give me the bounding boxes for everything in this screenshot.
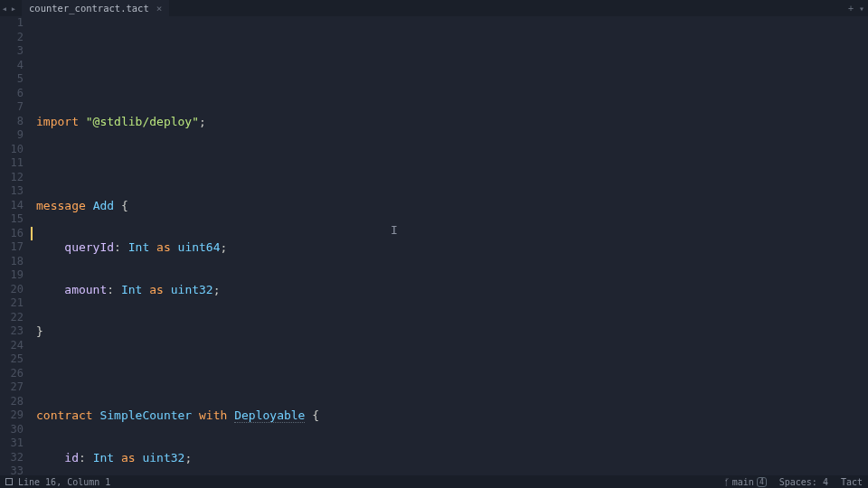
- new-tab-icon[interactable]: +: [848, 4, 854, 14]
- line-number: 31: [0, 436, 24, 451]
- tab-bar: ◂ ▸ counter_contract.tact × + ▾: [0, 0, 868, 16]
- cursor-position[interactable]: Line 16, Column 1: [18, 477, 110, 487]
- line-number: 27: [0, 380, 24, 395]
- line-number: 5: [0, 72, 24, 87]
- line-number: 7: [0, 100, 24, 115]
- line-number: 14: [0, 199, 24, 213]
- line-number: 18: [0, 255, 24, 269]
- language-mode[interactable]: Tact: [841, 477, 863, 487]
- line-number: 30: [0, 423, 24, 437]
- line-number: 28: [0, 395, 24, 409]
- line-number: 26: [0, 367, 24, 381]
- close-tab-icon[interactable]: ×: [156, 3, 163, 14]
- line-number: 22: [0, 311, 24, 325]
- nav-back-icon[interactable]: ◂: [0, 3, 9, 14]
- mouse-text-cursor-icon: 𝙸: [391, 223, 398, 238]
- line-number: 25: [0, 352, 24, 367]
- line-number: 21: [0, 296, 24, 311]
- indent-setting[interactable]: Spaces: 4: [779, 477, 828, 487]
- line-number-gutter: 1234567891011121314151617181920212223242…: [0, 16, 31, 475]
- line-number: 6: [0, 87, 24, 101]
- line-number: 32: [0, 451, 24, 465]
- line-number: 23: [0, 324, 24, 339]
- git-changes-badge: 4: [757, 477, 767, 487]
- editor[interactable]: 1234567891011121314151617181920212223242…: [0, 16, 868, 475]
- line-number: 15: [0, 212, 24, 227]
- code-area[interactable]: 𝙸 import "@stdlib/deploy"; message Add {…: [31, 16, 868, 475]
- line-number: 4: [0, 59, 24, 73]
- line-number: 1: [0, 16, 24, 31]
- git-branch-icon: ᚶ: [724, 477, 730, 487]
- panel-icon[interactable]: [5, 478, 13, 485]
- tab-menu-icon[interactable]: ▾: [859, 4, 864, 14]
- line-number: 20: [0, 283, 24, 297]
- line-number: 19: [0, 268, 24, 283]
- line-number: 10: [0, 143, 24, 157]
- line-number: 17: [0, 240, 24, 255]
- line-number: 8: [0, 115, 24, 129]
- file-tab-label: counter_contract.tact: [29, 3, 149, 14]
- line-number: 24: [0, 339, 24, 353]
- line-number: 13: [0, 184, 24, 199]
- line-number: 3: [0, 44, 24, 59]
- nav-forward-icon[interactable]: ▸: [9, 3, 18, 14]
- line-number: 2: [0, 31, 24, 45]
- text-caret: [31, 227, 33, 240]
- line-number: 9: [0, 128, 24, 143]
- line-number: 16: [0, 227, 24, 241]
- git-branch-label: main: [732, 477, 754, 487]
- line-number: 11: [0, 156, 24, 171]
- file-tab[interactable]: counter_contract.tact ×: [22, 0, 169, 16]
- status-bar: Line 16, Column 1 ᚶ main 4 Spaces: 4 Tac…: [0, 475, 868, 488]
- git-branch[interactable]: ᚶ main 4: [724, 477, 767, 487]
- line-number: 12: [0, 171, 24, 185]
- line-number: 29: [0, 408, 24, 423]
